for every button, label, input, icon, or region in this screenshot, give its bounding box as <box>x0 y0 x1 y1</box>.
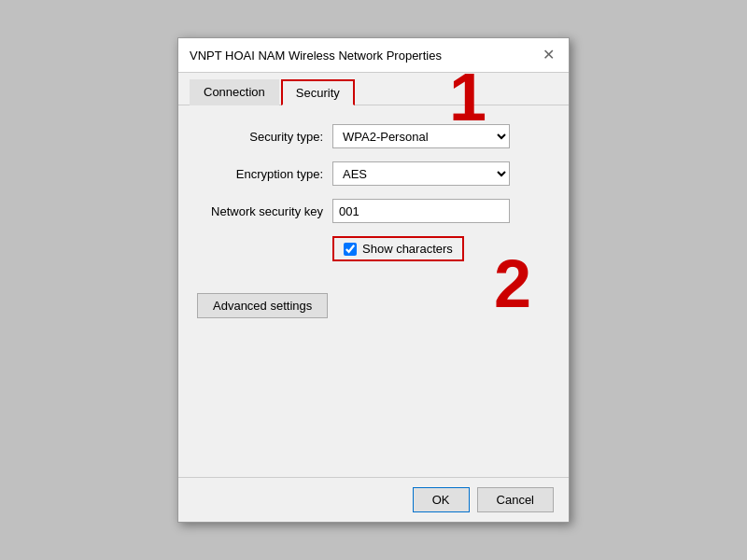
dialog-content: Security type: WPA2-Personal WPA-Persona… <box>178 105 569 477</box>
security-type-control: WPA2-Personal WPA-Personal No authentica… <box>332 124 550 148</box>
tab-security[interactable]: Security <box>281 79 355 105</box>
network-key-control <box>332 199 550 223</box>
ok-button[interactable]: OK <box>413 487 470 512</box>
network-key-input[interactable] <box>332 199 510 223</box>
show-characters-box: Show characters <box>332 236 464 261</box>
security-type-label: Security type: <box>197 130 332 144</box>
tab-connection[interactable]: Connection <box>190 79 279 105</box>
dialog-footer: OK Cancel <box>178 477 569 522</box>
encryption-type-select[interactable]: AES TKIP <box>332 161 510 186</box>
network-key-row: Network security key <box>197 199 550 223</box>
close-button[interactable]: ✕ <box>539 46 557 64</box>
cancel-button[interactable]: Cancel <box>477 487 554 512</box>
encryption-type-control: AES TKIP <box>332 161 550 186</box>
dialog-title: VNPT HOAI NAM Wireless Network Propertie… <box>190 49 442 63</box>
show-characters-label: Show characters <box>362 242 453 256</box>
tabs-bar: Connection Security <box>178 73 569 105</box>
encryption-type-row: Encryption type: AES TKIP <box>197 161 550 186</box>
show-characters-row: Show characters <box>332 236 550 261</box>
wireless-properties-dialog: VNPT HOAI NAM Wireless Network Propertie… <box>177 37 570 523</box>
show-characters-checkbox[interactable] <box>344 243 357 256</box>
advanced-settings-button[interactable]: Advanced settings <box>197 293 328 318</box>
security-type-select[interactable]: WPA2-Personal WPA-Personal No authentica… <box>332 124 510 148</box>
title-bar: VNPT HOAI NAM Wireless Network Propertie… <box>178 38 569 73</box>
security-type-row: Security type: WPA2-Personal WPA-Persona… <box>197 124 550 148</box>
encryption-type-label: Encryption type: <box>197 167 332 181</box>
network-key-label: Network security key <box>197 204 332 218</box>
